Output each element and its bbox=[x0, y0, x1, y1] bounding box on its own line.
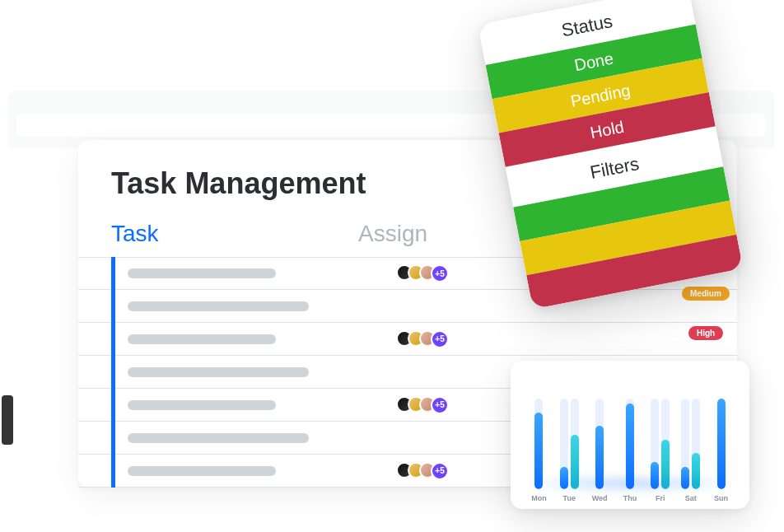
chart-column: Tue bbox=[559, 399, 580, 502]
chart-column: Mon bbox=[529, 399, 549, 502]
avatar-stack[interactable]: +5 bbox=[396, 462, 449, 480]
table-row[interactable]: +5 bbox=[78, 323, 737, 356]
chart-bar-fill bbox=[571, 435, 579, 489]
chart-x-label: Thu bbox=[623, 494, 637, 502]
chart-x-label: Wed bbox=[592, 494, 608, 502]
task-cell bbox=[118, 268, 396, 278]
task-name-placeholder bbox=[128, 334, 276, 344]
chart-bar-track bbox=[681, 399, 689, 489]
chart-x-label: Tue bbox=[563, 494, 576, 502]
avatar-more-badge[interactable]: +5 bbox=[431, 264, 449, 282]
weekly-chart-card: MonTueWedThuFriSatSun bbox=[511, 361, 749, 509]
avatar-stack[interactable]: +5 bbox=[396, 330, 449, 348]
row-accent bbox=[111, 257, 115, 290]
avatar-more-badge[interactable]: +5 bbox=[431, 396, 449, 414]
weekly-chart: MonTueWedThuFriSatSun bbox=[525, 376, 735, 502]
chart-bar-fill bbox=[534, 413, 543, 490]
chart-bar-fill bbox=[560, 467, 568, 490]
task-name-placeholder bbox=[128, 367, 309, 377]
chart-bar-track bbox=[595, 399, 604, 489]
row-accent bbox=[111, 355, 115, 389]
task-cell bbox=[118, 301, 396, 311]
task-cell bbox=[118, 433, 396, 443]
task-name-placeholder bbox=[128, 466, 276, 476]
chart-bar-fill bbox=[651, 462, 659, 489]
row-accent bbox=[111, 322, 115, 356]
chart-x-label: Sat bbox=[685, 494, 697, 502]
chart-x-label: Fri bbox=[656, 494, 665, 502]
chart-bar-track bbox=[534, 399, 543, 489]
chart-x-label: Sun bbox=[714, 494, 728, 502]
row-accent bbox=[111, 421, 115, 455]
task-cell bbox=[118, 466, 396, 476]
chart-column: Thu bbox=[620, 399, 641, 502]
avatar-more-badge[interactable]: +5 bbox=[431, 462, 449, 480]
chart-bar-fill bbox=[595, 426, 604, 489]
task-cell bbox=[118, 334, 396, 344]
task-name-placeholder bbox=[128, 301, 309, 311]
task-cell bbox=[118, 367, 396, 377]
avatar-stack[interactable]: +5 bbox=[396, 264, 449, 282]
chart-x-label: Mon bbox=[531, 494, 547, 502]
task-name-placeholder bbox=[128, 268, 276, 278]
chart-bar-track bbox=[717, 399, 726, 489]
avatar-more-badge[interactable]: +5 bbox=[431, 330, 449, 348]
chart-bar-fill bbox=[661, 440, 670, 490]
chart-bar-track bbox=[661, 399, 670, 489]
assign-cell: +5 bbox=[396, 264, 449, 282]
avatar-stack[interactable]: +5 bbox=[396, 396, 449, 414]
task-cell bbox=[118, 400, 396, 410]
table-row[interactable] bbox=[78, 290, 737, 323]
assign-cell: +5 bbox=[396, 330, 449, 348]
chart-bar-track bbox=[692, 399, 700, 489]
chart-bar-fill bbox=[681, 467, 689, 490]
assign-cell: +5 bbox=[396, 462, 449, 480]
chart-column: Fri bbox=[650, 399, 670, 502]
priority-pill-high[interactable]: High bbox=[688, 326, 723, 340]
chart-bar-track bbox=[626, 399, 634, 489]
row-accent bbox=[111, 388, 115, 422]
chart-bar-track bbox=[651, 399, 659, 489]
column-header-task[interactable]: Task bbox=[111, 221, 358, 247]
priority-pill-medium[interactable]: Medium bbox=[682, 287, 730, 301]
chart-bar-fill bbox=[626, 404, 634, 490]
chart-bar-track bbox=[571, 399, 579, 489]
row-accent bbox=[111, 289, 115, 323]
chart-column: Wed bbox=[590, 399, 610, 502]
chart-bar-fill bbox=[692, 453, 700, 489]
task-name-placeholder bbox=[128, 433, 309, 443]
assign-cell: +5 bbox=[396, 396, 449, 414]
chart-column: Sat bbox=[680, 399, 701, 502]
sidebar-stub bbox=[2, 395, 13, 445]
chart-bar-fill bbox=[717, 399, 726, 489]
chart-column: Sun bbox=[711, 399, 731, 502]
chart-bar-track bbox=[560, 399, 568, 489]
row-accent bbox=[111, 454, 115, 488]
task-name-placeholder bbox=[128, 400, 276, 410]
column-header-assign[interactable]: Assign bbox=[358, 221, 427, 247]
